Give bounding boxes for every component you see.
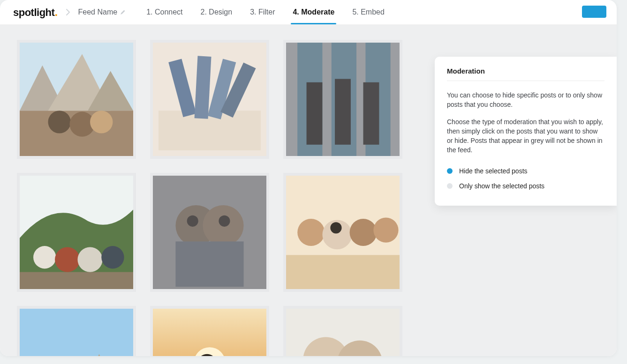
svg-point-39: [330, 222, 341, 233]
svg-point-28: [175, 205, 216, 246]
post-thumbnail[interactable]: [283, 40, 402, 159]
step-label: 5. Embed: [352, 8, 384, 16]
step-label: 2. Design: [201, 8, 233, 16]
svg-point-38: [373, 218, 398, 243]
post-thumbnail[interactable]: [283, 173, 402, 292]
post-thumbnail[interactable]: [17, 173, 136, 292]
svg-rect-9: [159, 111, 261, 150]
step-embed[interactable]: 5. Embed: [352, 0, 384, 24]
step-label: 4. Moderate: [293, 8, 334, 16]
step-label: 3. Filter: [250, 8, 275, 16]
post-thumbnail[interactable]: [150, 173, 269, 292]
posts-grid: [17, 40, 406, 356]
svg-point-37: [350, 219, 377, 246]
radio-hide-selected[interactable]: Hide the selected posts: [447, 163, 604, 178]
feed-name-label: Feed Name: [78, 8, 118, 16]
svg-point-7: [90, 111, 113, 133]
svg-rect-18: [307, 82, 323, 145]
post-thumbnail[interactable]: [17, 40, 136, 159]
brand-dot: .: [54, 6, 57, 19]
svg-rect-19: [335, 79, 351, 144]
radio-dot-icon: [447, 168, 453, 174]
post-thumbnail[interactable]: [150, 306, 269, 356]
workspace: Moderation You can choose to hide specif…: [0, 25, 617, 356]
step-connect[interactable]: 1. Connect: [146, 0, 182, 24]
svg-rect-34: [286, 255, 400, 289]
svg-rect-17: [365, 43, 390, 156]
svg-rect-22: [20, 272, 133, 289]
svg-point-23: [33, 246, 56, 268]
app-frame: spotlight. Feed Name 1. Connect 2. Desig…: [0, 0, 617, 356]
svg-point-26: [101, 246, 124, 268]
svg-rect-20: [363, 82, 379, 145]
svg-point-32: [219, 215, 230, 227]
svg-rect-40: [20, 309, 133, 356]
svg-point-24: [55, 247, 80, 272]
moderation-panel: Moderation You can choose to hide specif…: [435, 57, 617, 206]
post-thumbnail[interactable]: [283, 306, 402, 356]
radio-dot-icon: [447, 183, 453, 189]
svg-point-35: [297, 219, 325, 246]
pencil-icon[interactable]: [120, 9, 126, 15]
radio-only-show-selected[interactable]: Only show the selected posts: [447, 178, 604, 193]
brand-logo: spotlight.: [13, 6, 58, 19]
svg-rect-14: [286, 43, 400, 156]
svg-rect-16: [332, 43, 356, 156]
step-design[interactable]: 2. Design: [201, 0, 233, 24]
svg-rect-15: [297, 43, 322, 156]
panel-description-2: Choose the type of moderation that you w…: [447, 117, 604, 155]
primary-button[interactable]: [582, 6, 606, 18]
step-moderate[interactable]: 4. Moderate: [293, 0, 334, 24]
step-filter[interactable]: 3. Filter: [250, 0, 275, 24]
right-pane: Moderation You can choose to hide specif…: [419, 25, 617, 356]
svg-point-5: [48, 111, 71, 133]
svg-point-29: [203, 205, 243, 246]
step-label: 1. Connect: [146, 8, 182, 16]
svg-rect-30: [175, 241, 243, 287]
chevron-right-icon: [66, 9, 70, 15]
panel-title: Moderation: [447, 67, 604, 81]
moderation-radio-group: Hide the selected posts Only show the se…: [447, 163, 604, 193]
svg-point-25: [77, 247, 102, 272]
radio-label: Only show the selected posts: [459, 182, 544, 190]
svg-rect-27: [153, 176, 266, 289]
post-thumbnail[interactable]: [150, 40, 269, 159]
brand-name: spotlight: [13, 7, 54, 19]
posts-grid-area: [0, 25, 419, 356]
panel-description-1: You can choose to hide specific posts or…: [447, 90, 604, 110]
radio-label: Hide the selected posts: [459, 167, 528, 175]
post-thumbnail[interactable]: [17, 306, 136, 356]
wizard-steps: 1. Connect 2. Design 3. Filter 4. Modera…: [146, 0, 385, 24]
svg-point-31: [187, 215, 198, 227]
topbar: spotlight. Feed Name 1. Connect 2. Desig…: [0, 0, 617, 25]
